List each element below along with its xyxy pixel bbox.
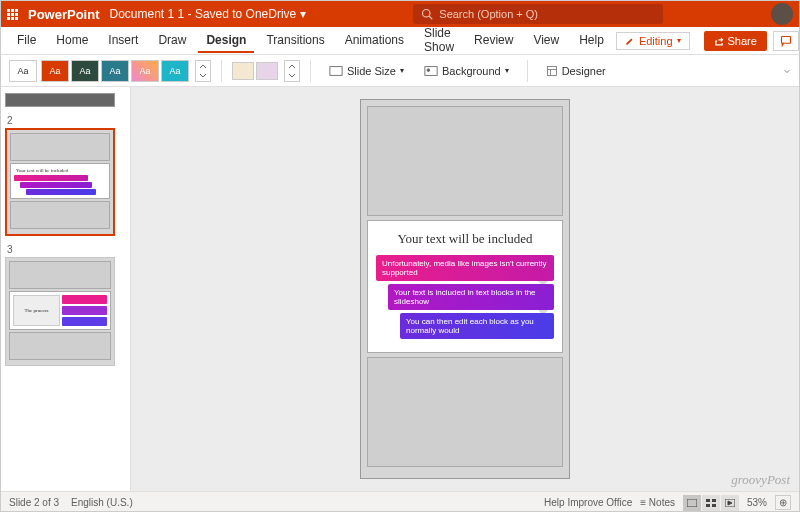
svg-point-0 [423, 10, 431, 18]
slide-canvas[interactable]: Your text will be included Unfortunately… [131, 87, 799, 491]
tab-view[interactable]: View [525, 29, 567, 53]
workspace: 2 Your text will be included 3 The proce… [1, 87, 799, 491]
title-bar: PowerPoint Document 1 1 - Saved to OneDr… [1, 1, 799, 27]
svg-line-1 [430, 16, 433, 19]
app-launcher-icon[interactable] [7, 9, 18, 20]
pencil-icon [625, 36, 635, 46]
tab-design[interactable]: Design [198, 29, 254, 53]
help-improve-link[interactable]: Help Improve Office [544, 497, 632, 508]
tab-draw[interactable]: Draw [150, 29, 194, 53]
variant-more-button[interactable] [284, 60, 300, 82]
tab-slideshow[interactable]: Slide Show [416, 22, 462, 60]
theme-swatch-3[interactable]: Aa [101, 60, 129, 82]
tab-home[interactable]: Home [48, 29, 96, 53]
status-bar: Slide 2 of 3 English (U.S.) Help Improve… [1, 491, 799, 512]
search-icon [421, 8, 433, 20]
theme-font-swatch[interactable]: Aa [9, 60, 37, 82]
svg-rect-2 [781, 36, 790, 43]
svg-rect-5 [425, 66, 437, 75]
thumbnail-slide-3[interactable]: 3 The process [5, 244, 126, 366]
view-mode-buttons [683, 495, 739, 511]
theme-more-button[interactable] [195, 60, 211, 82]
theme-swatch-4[interactable]: Aa [131, 60, 159, 82]
slide-block-2[interactable]: Your text is included in text blocks in … [388, 284, 554, 310]
slide-counter[interactable]: Slide 2 of 3 [9, 497, 59, 508]
background-icon [424, 65, 438, 77]
slide-block-1[interactable]: Unfortunately, media like images isn't c… [376, 255, 554, 281]
comment-icon [780, 35, 792, 47]
slide-title-text[interactable]: Your text will be included [376, 231, 554, 247]
svg-rect-7 [547, 66, 556, 75]
tab-review[interactable]: Review [466, 29, 521, 53]
user-avatar[interactable] [771, 3, 793, 25]
svg-point-6 [427, 68, 430, 71]
svg-rect-8 [687, 499, 697, 507]
tab-animations[interactable]: Animations [337, 29, 412, 53]
slide-block-3[interactable]: You can then edit each block as you norm… [400, 313, 554, 339]
theme-swatch-2[interactable]: Aa [71, 60, 99, 82]
slide-thumbnail-panel: 2 Your text will be included 3 The proce… [1, 87, 131, 491]
menu-bar: File Home Insert Draw Design Transitions… [1, 27, 799, 55]
reading-view-button[interactable] [721, 495, 739, 511]
variant-swatch-1[interactable] [232, 62, 254, 80]
editing-mode-button[interactable]: Editing ▾ [616, 32, 690, 50]
app-name: PowerPoint [28, 7, 100, 22]
ribbon-collapse-button[interactable] [783, 64, 791, 78]
sorter-view-button[interactable] [702, 495, 720, 511]
slide-size-button[interactable]: Slide Size ▾ [321, 61, 412, 81]
designer-button[interactable]: Designer [538, 61, 614, 81]
current-slide[interactable]: Your text will be included Unfortunately… [360, 99, 570, 479]
theme-swatch-5[interactable]: Aa [161, 60, 189, 82]
background-button[interactable]: Background ▾ [416, 61, 517, 81]
tab-help[interactable]: Help [571, 29, 612, 53]
tab-file[interactable]: File [9, 29, 44, 53]
slide-size-icon [329, 65, 343, 77]
slide-top-placeholder[interactable] [367, 106, 563, 216]
notes-toggle[interactable]: ≡ Notes [640, 497, 675, 508]
designer-icon [546, 65, 558, 77]
variant-gallery [232, 62, 278, 80]
theme-swatch-1[interactable]: Aa [41, 60, 69, 82]
tab-transitions[interactable]: Transitions [258, 29, 332, 53]
slide-bottom-placeholder[interactable] [367, 357, 563, 467]
theme-gallery: Aa Aa Aa Aa Aa [41, 60, 189, 82]
svg-rect-12 [712, 504, 716, 507]
slide-content[interactable]: Your text will be included Unfortunately… [367, 220, 563, 353]
variant-swatch-2[interactable] [256, 62, 278, 80]
svg-rect-10 [712, 499, 716, 502]
comments-button[interactable] [773, 31, 799, 51]
svg-rect-4 [330, 66, 342, 75]
document-title[interactable]: Document 1 1 - Saved to OneDrive ▾ [110, 7, 306, 21]
svg-rect-11 [706, 504, 710, 507]
design-ribbon: Aa Aa Aa Aa Aa Aa Slide Size ▾ Backgroun… [1, 55, 799, 87]
normal-view-button[interactable] [683, 495, 701, 511]
language-indicator[interactable]: English (U.S.) [71, 497, 133, 508]
fit-to-window-button[interactable]: ⊕ [775, 495, 791, 510]
zoom-level[interactable]: 53% [747, 497, 767, 508]
thumbnail-slide-1-partial[interactable] [5, 93, 126, 107]
tab-insert[interactable]: Insert [100, 29, 146, 53]
share-icon [714, 36, 724, 46]
thumbnail-slide-2[interactable]: 2 Your text will be included [5, 115, 126, 236]
svg-rect-9 [706, 499, 710, 502]
share-button[interactable]: Share [704, 31, 767, 51]
